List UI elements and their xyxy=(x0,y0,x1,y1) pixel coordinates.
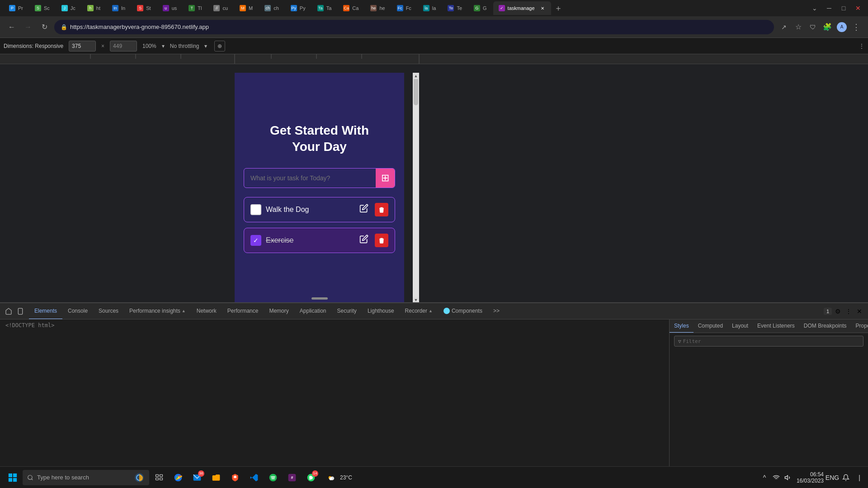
taskbar-chrome-button[interactable] xyxy=(169,469,187,487)
devtools-inspect-button[interactable] xyxy=(4,306,14,316)
tab-lighthouse[interactable]: Lighthouse xyxy=(362,303,400,319)
tab-application[interactable]: Application xyxy=(294,303,332,319)
scroll-up-button[interactable]: ▲ xyxy=(413,73,419,79)
react-icon xyxy=(443,308,450,314)
right-tab-properties[interactable]: Properties xyxy=(851,319,868,333)
tab-elements[interactable]: Elements xyxy=(29,303,62,319)
taskbar-clock[interactable]: 06:54 16/03/2023 xyxy=(797,471,824,484)
tab-cu[interactable]: // cu xyxy=(208,1,233,15)
browser-menu-button[interactable]: ⋮ xyxy=(850,21,863,33)
task-checkbox-1[interactable] xyxy=(250,204,261,215)
close-window-button[interactable]: ✕ xyxy=(852,2,864,14)
devtools-device-button[interactable] xyxy=(15,306,25,316)
width-input[interactable] xyxy=(69,41,96,52)
taskbar-weather-button[interactable] xyxy=(321,469,339,487)
minimize-button[interactable]: ─ xyxy=(823,2,835,14)
taskbar-teams-button[interactable]: # xyxy=(283,469,301,487)
devtools-more-button[interactable]: ⋮ xyxy=(859,43,864,49)
devtools-close-button[interactable]: ✕ xyxy=(854,306,864,316)
tab-performance[interactable]: Performance xyxy=(222,303,264,319)
tab-more[interactable]: >> xyxy=(488,303,505,319)
add-task-button[interactable]: ⊞ xyxy=(376,169,395,188)
right-tab-computed[interactable]: Computed xyxy=(693,319,727,333)
tab-list-button[interactable]: ⌄ xyxy=(808,2,821,14)
tab-ta[interactable]: Ta Ta xyxy=(312,1,337,15)
tab-ca[interactable]: Ca Ca xyxy=(338,1,364,15)
tab-recorder[interactable]: Recorder ▲ xyxy=(400,303,438,319)
tab-taskmanager[interactable]: ✓ taskmanage ✕ xyxy=(493,1,551,15)
task-delete-button-1[interactable] xyxy=(375,203,388,216)
taskbar-notification-button[interactable] xyxy=(841,473,851,483)
maximize-button[interactable]: □ xyxy=(837,2,850,14)
tab-ch[interactable]: ch ch xyxy=(259,1,284,15)
address-input[interactable]: 🔒 https://taskmanagerbyvera-gnome-895670… xyxy=(54,20,774,34)
task-delete-button-2[interactable] xyxy=(375,234,388,247)
height-input[interactable] xyxy=(110,41,137,52)
taskbar-volume-icon[interactable] xyxy=(783,473,793,483)
taskbar-chevron-button[interactable]: ^ xyxy=(760,473,769,483)
right-tab-dom-breakpoints[interactable]: DOM Breakpoints xyxy=(799,319,851,333)
task-checkbox-2[interactable]: ✓ xyxy=(250,235,261,246)
taskbar-taskview-button[interactable] xyxy=(150,469,168,487)
tab-console[interactable]: Console xyxy=(62,303,93,319)
taskbar-network-icon[interactable] xyxy=(771,473,781,483)
tab-favicon-ca: Ca xyxy=(343,5,349,11)
tab-pr[interactable]: P Pr xyxy=(4,1,28,15)
tab-st[interactable]: S St xyxy=(132,1,156,15)
tab-network[interactable]: Network xyxy=(191,303,222,319)
tab-in[interactable]: In In xyxy=(107,1,131,15)
task-input[interactable] xyxy=(244,169,376,187)
profile-button[interactable]: 🛡 xyxy=(807,21,819,33)
right-tab-layout[interactable]: Layout xyxy=(727,319,753,333)
devtools-notification[interactable]: 1 xyxy=(824,308,832,315)
tab-ht[interactable]: h ht xyxy=(82,1,106,15)
edit-dimensions-button[interactable]: ⊕ xyxy=(214,41,225,52)
bookmark-button[interactable]: ☆ xyxy=(792,21,805,33)
tab-sources[interactable]: Sources xyxy=(93,303,124,319)
task-edit-button-2[interactable] xyxy=(359,235,368,246)
filter-placeholder[interactable]: Filter xyxy=(683,338,701,344)
taskbar-language-button[interactable]: ENG xyxy=(827,473,837,483)
avatar-button[interactable]: A xyxy=(835,21,848,33)
windows-start-button[interactable] xyxy=(4,469,22,487)
taskbar-brave-button[interactable] xyxy=(226,469,244,487)
tab-tl[interactable]: T Tl xyxy=(183,1,207,15)
taskbar-search[interactable]: Type here to search xyxy=(23,470,149,485)
tab-memory[interactable]: Memory xyxy=(264,303,294,319)
task-edit-button-1[interactable] xyxy=(359,204,368,215)
taskbar-show-desktop-button[interactable]: | xyxy=(854,473,864,483)
right-tab-styles[interactable]: Styles xyxy=(670,319,693,333)
tab-m[interactable]: M M xyxy=(234,1,258,15)
tab-py[interactable]: Py Py xyxy=(285,1,311,15)
new-tab-button[interactable]: ＋ xyxy=(552,2,565,14)
taskbar-spotify-button[interactable] xyxy=(264,469,282,487)
devtools-settings-button[interactable]: ⚙ xyxy=(833,306,843,316)
tab-components[interactable]: Components xyxy=(438,303,488,319)
right-tab-event-listeners[interactable]: Event Listeners xyxy=(753,319,799,333)
taskbar-whatsapp-button[interactable]: 14 xyxy=(302,469,320,487)
tab-te[interactable]: Te Te xyxy=(442,1,467,15)
refresh-button[interactable]: ↻ xyxy=(38,21,51,33)
tab-performance-insights[interactable]: Performance insights ▲ xyxy=(124,303,191,319)
teams-icon: # xyxy=(288,473,297,482)
zoom-chevron-icon[interactable]: ▾ xyxy=(162,43,165,49)
extensions-button[interactable]: 🧩 xyxy=(821,21,834,33)
tab-sc[interactable]: S Sc xyxy=(29,1,55,15)
taskbar-email-button[interactable]: 36 xyxy=(188,469,206,487)
tab-jc[interactable]: J Jc xyxy=(56,1,81,15)
tab-g[interactable]: G G xyxy=(468,1,492,15)
devtools-dots-menu[interactable]: ⋮ xyxy=(844,306,854,316)
share-button[interactable]: ↗ xyxy=(778,21,790,33)
tab-he[interactable]: he he xyxy=(365,1,390,15)
back-button[interactable]: ← xyxy=(5,21,18,33)
tab-la[interactable]: la la xyxy=(418,1,442,15)
tab-security[interactable]: Security xyxy=(332,303,362,319)
viewport-scrollbar[interactable] xyxy=(413,73,419,303)
tab-us[interactable]: u us xyxy=(157,1,183,15)
forward-button[interactable]: → xyxy=(22,21,34,33)
throttle-chevron-icon[interactable]: ▾ xyxy=(204,43,207,49)
tab-close-taskmanager[interactable]: ✕ xyxy=(539,5,546,11)
tab-fc[interactable]: Fc Fc xyxy=(392,1,417,15)
taskbar-vscode-button[interactable] xyxy=(245,469,263,487)
taskbar-files-button[interactable] xyxy=(207,469,225,487)
